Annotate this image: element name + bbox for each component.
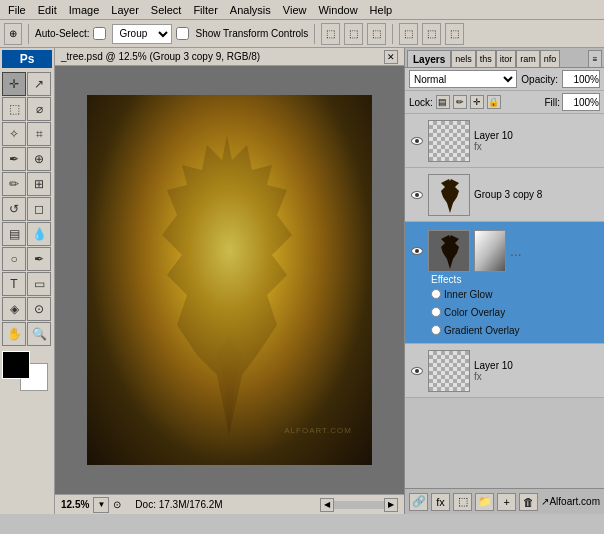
hand-tool[interactable]: ✋ (2, 322, 26, 346)
canvas-close-btn[interactable]: ✕ (384, 50, 398, 64)
fill-input[interactable] (562, 93, 600, 111)
new-layer-btn[interactable]: + (497, 493, 516, 511)
history-tool[interactable]: ↺ (2, 197, 26, 221)
layer-item-group3copy9[interactable]: ... Effects Inner Glow Color Overlay (405, 222, 604, 344)
panel-menu-btn[interactable]: ≡ (588, 50, 602, 67)
layer-item-layer10-top[interactable]: Layer 10 fx (405, 114, 604, 168)
opacity-input[interactable] (562, 70, 600, 88)
heal-tool[interactable]: ⊕ (27, 147, 51, 171)
move-tool[interactable]: ✛ (2, 72, 26, 96)
auto-select-dropdown[interactable]: Group Layer (112, 24, 172, 44)
brush-tool[interactable]: ✏ (2, 172, 26, 196)
lasso-tool[interactable]: ⌀ (27, 97, 51, 121)
tool-row-10: ◈ ⊙ (2, 297, 52, 321)
canvas-status: 12.5% ▼ ⊙ Doc: 17.3M/176.2M ◀ ▶ (55, 494, 404, 514)
auto-select-label: Auto-Select: (35, 28, 89, 39)
menu-analysis[interactable]: Analysis (224, 2, 277, 18)
lock-position-btn[interactable]: ✛ (470, 95, 484, 109)
menu-edit[interactable]: Edit (32, 2, 63, 18)
main-area: Ps ✛ ↗ ⬚ ⌀ ✧ ⌗ ✒ ⊕ ✏ ⊞ ↺ ◻ ▤ 💧 ○ (0, 48, 604, 514)
shape-tool[interactable]: ▭ (27, 272, 51, 296)
fx-layer10-top: fx (474, 141, 600, 152)
lock-pixels-btn[interactable]: ✏ (453, 95, 467, 109)
visibility-group3copy8[interactable] (409, 187, 425, 203)
auto-select-checkbox[interactable] (93, 27, 106, 40)
marquee-tool[interactable]: ⬚ (2, 97, 26, 121)
layer-item-layer10-bottom[interactable]: Layer 10 fx (405, 344, 604, 398)
color-box (2, 351, 51, 391)
tool-row-7: ▤ 💧 (2, 222, 52, 246)
layers-list[interactable]: Layer 10 fx Group 3 copy 8 (405, 114, 604, 488)
menu-help[interactable]: Help (364, 2, 399, 18)
add-mask-btn[interactable]: ⬚ (453, 493, 472, 511)
show-transform-checkbox[interactable] (176, 27, 189, 40)
menu-view[interactable]: View (277, 2, 313, 18)
gradient-tool[interactable]: ▤ (2, 222, 26, 246)
scroll-left-btn[interactable]: ◀ (320, 498, 334, 512)
text-tool[interactable]: T (2, 272, 26, 296)
tab-paths[interactable]: ths (476, 50, 496, 67)
blur-tool[interactable]: 💧 (27, 222, 51, 246)
menu-select[interactable]: Select (145, 2, 188, 18)
tab-history[interactable]: itor (496, 50, 517, 67)
align-btn-2[interactable]: ⬚ (344, 23, 363, 45)
menu-layer[interactable]: Layer (105, 2, 145, 18)
lock-row: Lock: ▤ ✏ ✛ 🔒 Fill: (405, 91, 604, 114)
effect-name-color-overlay: Color Overlay (444, 307, 505, 318)
canvas-wrapper[interactable]: ALFOART.COM (55, 66, 404, 494)
add-style-btn[interactable]: fx (431, 493, 450, 511)
stamp-tool[interactable]: ⊞ (27, 172, 51, 196)
link-layers-btn[interactable]: 🔗 (409, 493, 428, 511)
layer-item-group3copy8[interactable]: Group 3 copy 8 (405, 168, 604, 222)
lock-all-btn[interactable]: 🔒 (487, 95, 501, 109)
effect-inner-glow[interactable]: Inner Glow (431, 285, 600, 303)
scroll-right-btn[interactable]: ▶ (384, 498, 398, 512)
menu-image[interactable]: Image (63, 2, 106, 18)
magic-wand-tool[interactable]: ✧ (2, 122, 26, 146)
eye-icon-group3copy9 (411, 247, 423, 255)
blend-mode-select[interactable]: Normal Multiply Screen (409, 70, 517, 88)
effect-eye-inner-glow (431, 289, 441, 299)
fx-layer10-bottom: fx (474, 371, 600, 382)
thumb-group3copy9 (428, 230, 470, 272)
watermark: ALFOART.COM (284, 426, 352, 435)
delete-layer-btn[interactable]: 🗑 (519, 493, 538, 511)
layer-link-icon[interactable]: ... (510, 243, 522, 259)
toolbar-sep-3 (392, 24, 393, 44)
toolbar-sep-2 (314, 24, 315, 44)
effect-gradient-overlay[interactable]: Gradient Overlay (431, 321, 600, 339)
visibility-layer10-top[interactable] (409, 133, 425, 149)
menu-file[interactable]: File (2, 2, 32, 18)
align-btn-3[interactable]: ⬚ (367, 23, 386, 45)
eraser-tool[interactable]: ◻ (27, 197, 51, 221)
foreground-color[interactable] (2, 351, 30, 379)
lock-transparency-btn[interactable]: ▤ (436, 95, 450, 109)
distribute-btn-1[interactable]: ⬚ (399, 23, 418, 45)
move-tool-btn[interactable]: ⊕ (4, 23, 22, 45)
tab-layers[interactable]: Layers (407, 50, 451, 67)
effect-color-overlay[interactable]: Color Overlay (431, 303, 600, 321)
crop-tool[interactable]: ⌗ (27, 122, 51, 146)
new-group-btn[interactable]: 📁 (475, 493, 494, 511)
3d-tool[interactable]: ◈ (2, 297, 26, 321)
zoom-dropdown-btn[interactable]: ▼ (93, 497, 109, 513)
panel-bottom: 🔗 fx ⬚ 📁 + 🗑 ↗Alfoart.com (405, 488, 604, 514)
tab-actions[interactable]: ram (516, 50, 540, 67)
dodge-tool[interactable]: ○ (2, 247, 26, 271)
menu-window[interactable]: Window (312, 2, 363, 18)
zoom-tool-alt[interactable]: ↗ (27, 72, 51, 96)
eyedropper-tool[interactable]: ✒ (2, 147, 26, 171)
visibility-group3copy9[interactable] (409, 243, 425, 259)
menu-filter[interactable]: Filter (187, 2, 223, 18)
visibility-layer10-bottom[interactable] (409, 363, 425, 379)
alfoart-link[interactable]: ↗Alfoart.com (541, 496, 600, 507)
measure-tool[interactable]: ⊙ (27, 297, 51, 321)
tab-info[interactable]: nfo (540, 50, 561, 67)
distribute-btn-2[interactable]: ⬚ (422, 23, 441, 45)
tab-channels[interactable]: nels (451, 50, 476, 67)
pen-tool[interactable]: ✒ (27, 247, 51, 271)
align-btn-1[interactable]: ⬚ (321, 23, 340, 45)
distribute-btn-3[interactable]: ⬚ (445, 23, 464, 45)
effects-list-group3copy9: Inner Glow Color Overlay Gradient Overla… (409, 285, 600, 339)
zoom-tool[interactable]: 🔍 (27, 322, 51, 346)
